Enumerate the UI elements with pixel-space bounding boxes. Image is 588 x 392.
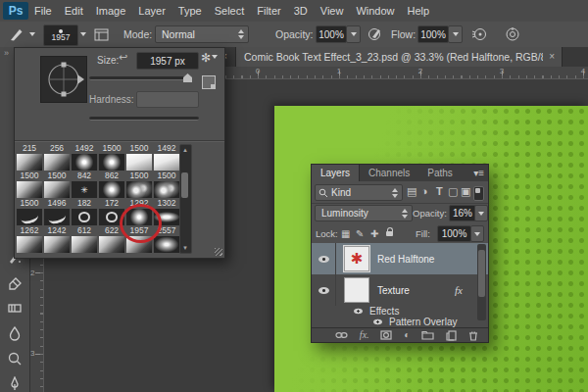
menu-file[interactable]: File xyxy=(34,5,52,17)
layer-row-texture[interactable]: Texture fx xyxy=(312,274,488,306)
layer-row-red-halftone[interactable]: ✱ Red Halftone xyxy=(312,243,488,274)
dodge-tool[interactable] xyxy=(4,348,25,369)
blur-tool[interactable] xyxy=(4,322,25,344)
layer-list-scrollbar[interactable] xyxy=(477,244,486,320)
brush-preset[interactable]: 1492 xyxy=(154,144,179,172)
opacity-value[interactable]: 100% xyxy=(316,25,347,43)
delete-layer-icon[interactable] xyxy=(468,330,478,341)
menu-filter[interactable]: Filter xyxy=(257,5,280,17)
brush-preset[interactable]: 862 xyxy=(99,172,124,199)
document-tab[interactable]: Comic Book Text Effect_3_23.psd @ 33.3% … xyxy=(235,47,563,67)
brush-preset-preview[interactable]: 1957 xyxy=(43,24,78,46)
tab-layers[interactable]: Layers xyxy=(312,165,360,181)
gradient-tool[interactable] xyxy=(4,297,25,318)
lock-transparency-icon[interactable]: ▦ xyxy=(341,228,350,239)
new-layer-icon[interactable] xyxy=(446,330,457,341)
menu-view[interactable]: View xyxy=(320,5,344,17)
filter-pixel-layers-icon[interactable]: ▤ xyxy=(407,185,416,198)
panel-resize-grip[interactable] xyxy=(215,248,222,256)
filter-shape-layers-icon[interactable]: ▢ xyxy=(448,185,458,198)
brush-preset[interactable]: 842 xyxy=(72,172,97,199)
brush-grid-scrollbar[interactable]: ▲ ▼ xyxy=(179,144,192,254)
adjustment-layer-icon[interactable]: ◐ xyxy=(404,330,410,340)
panel-gear-icon[interactable]: ✻ xyxy=(201,51,218,65)
scroll-down-icon[interactable]: ▼ xyxy=(182,245,188,251)
menu-help[interactable]: Help xyxy=(408,5,430,17)
brush-preset[interactable]: 1500 xyxy=(17,199,42,226)
menu-edit[interactable]: Edit xyxy=(65,5,83,17)
filter-adjustment-layers-icon[interactable]: ◑ xyxy=(421,185,428,198)
reset-size-icon[interactable]: ↩ xyxy=(119,51,127,64)
scrollbar-thumb[interactable] xyxy=(181,172,188,198)
brush-preset[interactable]: 1500 xyxy=(126,144,152,172)
visibility-toggle[interactable] xyxy=(312,243,336,274)
brush-preset[interactable]: 1500 xyxy=(17,172,42,199)
panel-menu-icon[interactable]: ▾≡ xyxy=(473,168,484,178)
brush-tool-icon[interactable] xyxy=(6,24,27,44)
menu-image[interactable]: Image xyxy=(96,5,126,17)
flow-value[interactable]: 100% xyxy=(417,25,449,43)
menu-select[interactable]: Select xyxy=(215,5,245,17)
brush-preset[interactable]: 182 xyxy=(72,199,97,226)
flow-dropdown[interactable] xyxy=(448,25,463,43)
scroll-up-icon[interactable]: ▲ xyxy=(182,147,188,153)
layer-mask-icon[interactable] xyxy=(380,330,392,340)
menu-layer[interactable]: Layer xyxy=(138,5,166,17)
menu-3d[interactable]: 3D xyxy=(294,5,308,17)
layer-thumbnail[interactable] xyxy=(344,277,369,303)
brush-size-field[interactable]: 1957 px xyxy=(136,52,199,70)
new-group-icon[interactable] xyxy=(421,330,434,340)
menu-type[interactable]: Type xyxy=(178,5,202,17)
link-layers-icon[interactable] xyxy=(335,330,348,340)
scrollbar-thumb[interactable] xyxy=(478,250,485,297)
lock-all-icon[interactable] xyxy=(386,231,393,236)
lock-paint-icon[interactable]: ✎ xyxy=(356,228,364,239)
brush-preset[interactable]: 1496 xyxy=(44,199,70,226)
lock-position-icon[interactable]: ✚ xyxy=(370,228,378,239)
eye-icon[interactable] xyxy=(354,309,363,315)
brush-preset[interactable]: 1500 xyxy=(44,172,70,199)
brush-preset[interactable]: 215 xyxy=(17,144,42,172)
eye-icon[interactable] xyxy=(373,319,382,325)
new-brush-preset-icon[interactable] xyxy=(202,75,216,89)
layer-thumbnail[interactable]: ✱ xyxy=(344,246,369,271)
toggle-brush-panel-icon[interactable] xyxy=(92,24,110,44)
brush-preset[interactable]: 256 xyxy=(44,144,70,172)
filter-smart-objects-icon[interactable]: ▣ xyxy=(461,185,470,198)
tab-channels[interactable]: Channels xyxy=(360,165,418,181)
tab-close-icon[interactable]: × xyxy=(549,52,555,62)
toolbar-expand-icon[interactable]: » xyxy=(4,48,8,58)
layer-style-icon[interactable]: fx. xyxy=(360,330,369,340)
fill-dropdown[interactable] xyxy=(470,225,484,242)
brush-preset[interactable]: 612 xyxy=(72,226,97,254)
pattern-overlay-row[interactable]: Pattern Overlay xyxy=(312,317,488,327)
brush-preset[interactable]: 1500 xyxy=(99,144,124,172)
brush-preset[interactable]: 1242 xyxy=(44,226,70,254)
menu-window[interactable]: Window xyxy=(356,5,394,17)
brush-preset[interactable]: 1262 xyxy=(17,226,42,254)
tab-paths[interactable]: Paths xyxy=(418,165,462,181)
brush-preset[interactable]: 1500 xyxy=(126,172,152,199)
layer-fx-badge[interactable]: fx xyxy=(455,284,463,296)
brush-picker-arrow[interactable] xyxy=(80,32,86,36)
eraser-tool[interactable] xyxy=(4,271,25,293)
fill-value[interactable]: 100% xyxy=(437,225,471,242)
effects-row[interactable]: Effects xyxy=(312,306,488,317)
opacity-dropdown[interactable] xyxy=(346,25,361,43)
filter-kind-select[interactable]: Kind xyxy=(315,184,403,201)
brush-preset[interactable]: 1492 xyxy=(72,144,97,172)
pressure-size-icon[interactable] xyxy=(504,24,521,44)
pen-tool[interactable] xyxy=(4,373,25,392)
filter-type-layers-icon[interactable]: T xyxy=(436,185,443,198)
opacity-dropdown[interactable] xyxy=(474,205,488,221)
layer-blend-mode-select[interactable]: Luminosity xyxy=(315,205,413,221)
tool-preset-arrow[interactable] xyxy=(29,32,35,36)
filter-toggle-switch[interactable] xyxy=(473,186,484,201)
size-slider[interactable] xyxy=(89,76,187,80)
airbrush-icon[interactable] xyxy=(470,24,488,44)
size-slider-thumb[interactable] xyxy=(183,74,192,82)
pressure-opacity-icon[interactable] xyxy=(367,24,384,44)
visibility-toggle[interactable] xyxy=(312,274,336,306)
brush-angle-roundness-widget[interactable] xyxy=(40,56,87,103)
brush-preset[interactable]: 1500 xyxy=(154,172,179,199)
